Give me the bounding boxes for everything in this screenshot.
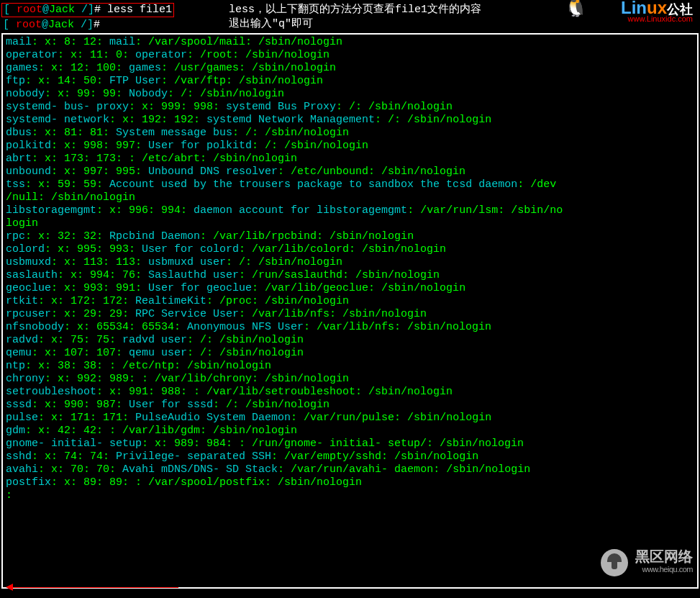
output-line: abrt: x: 173: 173: : /etc/abrt: /sbin/no… [6, 153, 694, 166]
output-line: games: x: 12: 100: games: /usr/games: /s… [6, 62, 694, 75]
output-line: libstoragemgmt: x: 996: 994: daemon acco… [6, 204, 694, 217]
output-line: : [6, 489, 694, 502]
output-line: unbound: x: 997: 995: Unbound DNS resolv… [6, 166, 694, 178]
output-line: rtkit: x: 172: 172: RealtimeKit: /proc: … [6, 295, 694, 308]
prompt-at: @ [42, 4, 49, 16]
command-text: less file1 [107, 4, 172, 16]
output-line: rpcuser: x: 29: 29: RPC Service User: /v… [6, 308, 694, 321]
watermark: 黑区网络 www.heiqu.com [601, 549, 693, 576]
output-line: qemu: x: 107: 107: qemu user: /: /sbin/n… [6, 347, 694, 360]
terminal-header: [ root@Jack /]# less file1 [ root@Jack /… [0, 0, 700, 32]
output-line: login [6, 217, 694, 230]
output-line: sssd: x: 990: 987: User for sssd: /: /sb… [6, 399, 694, 412]
output-line: /null: /sbin/nologin [6, 191, 694, 204]
prompt-bracket-close: ] [88, 4, 94, 16]
output-line: dbus: x: 81: 81: System message bus: /: … [6, 127, 694, 140]
watermark-url: www.heiqu.com [635, 563, 693, 576]
output-line: usbmuxd: x: 113: 113: usbmuxd user: /: /… [6, 256, 694, 269]
output-line: systemd- network: x: 192: 192: systemd N… [6, 114, 694, 127]
output-line: ftp: x: 14: 50: FTP User: /var/ftp: /sbi… [6, 75, 694, 88]
command-highlight-box: [ root@Jack /]# less file1 [1, 3, 174, 17]
output-line: colord: x: 995: 993: User for colord: /v… [6, 243, 694, 256]
annotation-line2: 退出输入"q"即可 [229, 17, 481, 32]
annotation-text: less，以上下翻页的方法分页查看file1文件的内容 退出输入"q"即可 [229, 3, 481, 32]
logo-url: www.Linuxidc.com [621, 12, 693, 25]
output-line: operator: x: 11: 0: operator: /root: /sb… [6, 49, 694, 62]
penguin-icon: 🐧 [563, 1, 588, 14]
less-output-pane[interactable]: mail: x: 8: 12: mail: /var/spool/mail: /… [1, 33, 699, 589]
output-line: setroubleshoot: x: 991: 988: : /var/lib/… [6, 386, 694, 399]
output-line: tss: x: 59: 59: Account used by the trou… [6, 178, 694, 191]
prompt-user: root [17, 4, 42, 16]
output-line: pulse: x: 171: 171: PulseAudio System Da… [6, 412, 694, 425]
prompt-hash: # [94, 4, 107, 16]
output-line: nobody: x: 99: 99: Nobody: /: /sbin/nolo… [6, 88, 694, 101]
site-logo: Linux公社 www.Linuxidc.com [621, 1, 693, 25]
output-line: gdm: x: 42: 42: : /var/lib/gdm: /sbin/no… [6, 425, 694, 438]
output-line: radvd: x: 75: 75: radvd user: /: /sbin/n… [6, 334, 694, 347]
output-line: nfsnobody: x: 65534: 65534: Anonymous NF… [6, 321, 694, 334]
output-line: postfix: x: 89: 89: : /var/spool/postfix… [6, 476, 694, 489]
output-line: rpc: x: 32: 32: Rpcbind Daemon: /var/lib… [6, 230, 694, 243]
watermark-icon [601, 549, 628, 576]
output-line: geoclue: x: 993: 991: User for geoclue: … [6, 282, 694, 295]
watermark-title: 黑区网络 [635, 550, 693, 563]
output-line: systemd- bus- proxy: x: 999: 998: system… [6, 101, 694, 114]
output-line: chrony: x: 992: 989: : /var/lib/chrony: … [6, 373, 694, 386]
prompt-host: Jack [49, 4, 81, 16]
output-line: mail: x: 8: 12: mail: /var/spool/mail: /… [6, 36, 694, 49]
arrow-annotation [6, 581, 178, 594]
output-line: sshd: x: 74: 74: Privilege- separated SS… [6, 450, 694, 463]
output-line: ntp: x: 38: 38: : /etc/ntp: /sbin/nologi… [6, 360, 694, 373]
output-line: avahi: x: 70: 70: Avahi mDNS/DNS- SD Sta… [6, 463, 694, 476]
prompt-path: / [81, 4, 88, 16]
output-line: polkitd: x: 998: 997: User for polkitd: … [6, 140, 694, 153]
prompt-bracket: [ [4, 4, 17, 16]
output-line: saslauth: x: 994: 76: Saslauthd user: /r… [6, 269, 694, 282]
output-line: gnome- initial- setup: x: 989: 984: : /r… [6, 438, 694, 450]
annotation-line1: less，以上下翻页的方法分页查看file1文件的内容 [229, 3, 481, 17]
